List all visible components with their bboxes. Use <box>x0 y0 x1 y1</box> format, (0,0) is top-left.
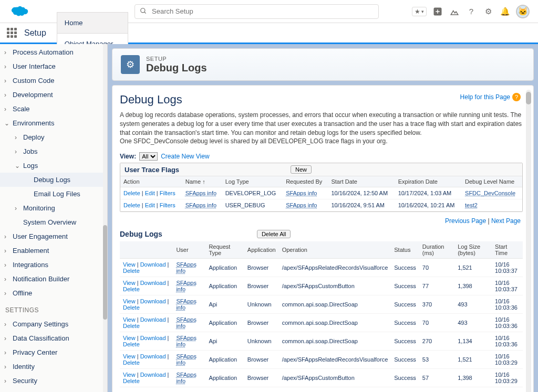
sidebar-item-integrations[interactable]: ›Integrations <box>0 258 107 272</box>
search-input[interactable] <box>134 4 379 19</box>
sidebar-item-data-classification[interactable]: ›Data Classification <box>0 331 107 345</box>
sidebar-item-jobs[interactable]: ›Jobs <box>0 144 107 158</box>
avatar[interactable]: 🐱 <box>516 5 530 18</box>
column-header[interactable] <box>120 241 173 259</box>
user-link[interactable]: SFApps info <box>176 261 196 274</box>
column-header[interactable]: Duration (ms) <box>419 241 454 259</box>
delete-link[interactable]: Delete <box>123 190 140 196</box>
sidebar-item-security[interactable]: ›Security <box>0 374 107 388</box>
view-link[interactable]: View <box>123 372 136 378</box>
delete-link[interactable]: Delete <box>123 286 140 292</box>
sidebar-item-debug-logs[interactable]: Debug Logs <box>0 173 107 187</box>
download-link[interactable]: Download <box>140 335 166 341</box>
tab-home[interactable]: Home <box>57 12 129 33</box>
sidebar-item-process-automation[interactable]: ›Process Automation <box>0 45 107 59</box>
column-header[interactable]: Status <box>391 241 419 259</box>
requested-by-link[interactable]: SFApps info <box>286 202 317 208</box>
gear-icon[interactable]: ⚙ <box>482 6 494 17</box>
name-link[interactable]: SFApps info <box>185 190 216 196</box>
sidebar-item-deploy[interactable]: ›Deploy <box>0 130 107 144</box>
column-header[interactable]: Log Type <box>222 176 283 187</box>
delete-link[interactable]: Delete <box>123 304 140 311</box>
add-icon[interactable] <box>432 6 443 17</box>
sidebar-item-privacy-center[interactable]: ›Privacy Center <box>0 345 107 359</box>
debug-level-link[interactable]: test2 <box>465 202 478 208</box>
download-link[interactable]: Download <box>140 261 166 268</box>
column-header[interactable]: Action <box>120 176 182 187</box>
filters-link[interactable]: Filters <box>160 190 175 196</box>
delete-link[interactable]: Delete <box>123 341 140 347</box>
column-header[interactable]: User <box>173 241 205 259</box>
sidebar-item-scale[interactable]: ›Scale <box>0 102 107 116</box>
name-link[interactable]: SFApps info <box>185 202 216 208</box>
favorites-button[interactable]: ★▾ <box>412 7 427 16</box>
column-header[interactable]: Expiration Date <box>395 176 462 187</box>
column-header[interactable]: Name ↑ <box>182 176 222 187</box>
sidebar-item-monitoring[interactable]: ›Monitoring <box>0 201 107 215</box>
help-icon[interactable]: ? <box>465 6 477 17</box>
user-link[interactable]: SFApps info <box>176 316 196 329</box>
help-link[interactable]: Help for this Page? <box>460 93 521 101</box>
view-link[interactable]: View <box>123 353 136 359</box>
column-header[interactable]: Debug Level Name <box>462 176 522 187</box>
column-header[interactable]: Requested By <box>283 176 328 187</box>
view-select[interactable]: All <box>139 152 158 161</box>
app-launcher-icon[interactable] <box>4 26 19 40</box>
user-link[interactable]: SFApps info <box>176 298 196 311</box>
delete-link[interactable]: Delete <box>123 359 140 366</box>
sidebar-item-identity[interactable]: ›Identity <box>0 359 107 374</box>
column-header[interactable]: Start Date <box>328 176 395 187</box>
new-button[interactable]: New <box>291 165 312 174</box>
sidebar-item-enablement[interactable]: ›Enablement <box>0 243 107 258</box>
column-header[interactable]: Request Type <box>205 241 244 259</box>
download-link[interactable]: Download <box>140 280 166 286</box>
chevron-icon: › <box>4 77 11 84</box>
view-link[interactable]: View <box>123 335 136 341</box>
download-link[interactable]: Download <box>140 372 166 378</box>
edit-link[interactable]: Edit <box>145 190 155 196</box>
user-link[interactable]: SFApps info <box>176 372 196 384</box>
sidebar-item-logs[interactable]: ⌄Logs <box>0 158 107 173</box>
sidebar-item-user-engagement[interactable]: ›User Engagement <box>0 229 107 243</box>
bell-icon[interactable]: 🔔 <box>499 6 511 17</box>
sidebar-item-development[interactable]: ›Development <box>0 88 107 102</box>
delete-link[interactable]: Delete <box>123 202 140 208</box>
panel-scrollbar[interactable] <box>526 90 531 392</box>
sidebar-scrollbar[interactable] <box>103 44 107 392</box>
sidebar-item-system-overview[interactable]: System Overview <box>0 215 107 229</box>
delete-link[interactable]: Delete <box>123 378 140 384</box>
sidebar-item-company-settings[interactable]: ›Company Settings <box>0 317 107 331</box>
delete-link[interactable]: Delete <box>123 323 140 329</box>
sidebar-item-environments[interactable]: ⌄Environments <box>0 116 107 130</box>
next-page-link[interactable]: Next Page <box>491 217 521 225</box>
download-link[interactable]: Download <box>140 298 166 304</box>
prev-page-link[interactable]: Previous Page <box>445 217 486 225</box>
sidebar-item-email-log-files[interactable]: Email Log Files <box>0 187 107 201</box>
column-header[interactable]: Application <box>244 241 279 259</box>
column-header[interactable]: Start Time <box>492 241 523 259</box>
user-link[interactable]: SFApps info <box>176 335 196 347</box>
delete-all-button[interactable]: Delete All <box>257 230 291 238</box>
edit-link[interactable]: Edit <box>145 202 155 208</box>
sidebar-item-notification-builder[interactable]: ›Notification Builder <box>0 272 107 286</box>
view-link[interactable]: View <box>123 298 136 304</box>
view-link[interactable]: View <box>123 261 136 268</box>
download-link[interactable]: Download <box>140 316 166 323</box>
view-link[interactable]: View <box>123 316 136 323</box>
column-header[interactable]: Operation <box>279 241 391 259</box>
sidebar-item-user-interface[interactable]: ›User Interface <box>0 59 107 73</box>
column-header[interactable]: Log Size (bytes) <box>454 241 492 259</box>
sidebar-item-offline[interactable]: ›Offline <box>0 286 107 300</box>
view-link[interactable]: View <box>123 280 136 286</box>
filters-link[interactable]: Filters <box>160 202 175 208</box>
debug-level-link[interactable]: SFDC_DevConsole <box>465 190 515 196</box>
download-link[interactable]: Download <box>140 353 166 359</box>
delete-link[interactable]: Delete <box>123 268 140 274</box>
chevron-icon: › <box>4 349 11 356</box>
create-view-link[interactable]: Create New View <box>161 153 209 160</box>
trailhead-icon[interactable] <box>449 6 460 17</box>
requested-by-link[interactable]: SFApps info <box>286 190 317 196</box>
sidebar-item-custom-code[interactable]: ›Custom Code <box>0 73 107 88</box>
user-link[interactable]: SFApps info <box>176 280 196 292</box>
user-link[interactable]: SFApps info <box>176 353 196 366</box>
